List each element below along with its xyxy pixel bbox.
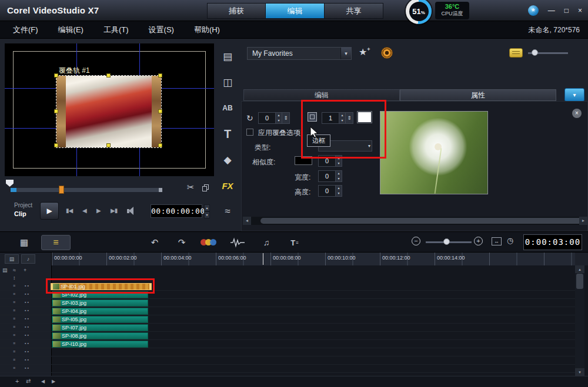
title-library-icon[interactable]: T (215, 121, 240, 147)
tab-share[interactable]: 共享 (325, 3, 383, 19)
selection-handle[interactable] (54, 73, 58, 78)
scroll-up-icon[interactable]: ▴ (575, 265, 584, 273)
selection-handle[interactable] (158, 143, 162, 147)
subtitle-editor-icon[interactable]: T≡ (286, 235, 303, 250)
show-all-media-icon[interactable]: ▤ (5, 254, 19, 264)
add-track-icon[interactable]: + (24, 267, 26, 273)
spinner-down-icon[interactable]: ▾ (276, 118, 282, 123)
timeline-ruler[interactable]: 00:00:00:00 00:00:02:00 00:00:04:00 00:0… (52, 253, 575, 265)
graphic-library-icon[interactable]: ◆ (215, 147, 240, 173)
spinner-up-icon[interactable]: ▴ (336, 156, 342, 161)
timeline-clip-selected[interactable]: SP-I01.jpg (51, 283, 152, 290)
previous-frame-button[interactable]: ◀ (82, 207, 86, 214)
gallery-dropdown[interactable]: My Favorites ▾ (247, 47, 352, 60)
width-spinner[interactable]: 0 ▴▾ (318, 170, 342, 182)
next-frame-button[interactable]: ▶ (96, 207, 101, 214)
tab-attribute-options[interactable]: 属性 (400, 89, 556, 101)
list-view-icon[interactable] (509, 48, 523, 58)
media-library-icon[interactable]: ▤ (215, 43, 240, 69)
add-to-favorites-icon[interactable]: ★+ (359, 46, 370, 58)
tab-edit-options[interactable]: 编辑 (243, 89, 400, 101)
playhead-line[interactable] (263, 253, 263, 265)
spinner-up-icon[interactable]: ▴ (336, 171, 342, 176)
menu-file[interactable]: 文件(F) (13, 21, 38, 39)
sound-mixer-icon[interactable] (230, 237, 245, 248)
timeline-zoom-timecode[interactable]: 0:00:03:00 (523, 234, 582, 250)
ripple-edit-icon[interactable]: ≈ (13, 267, 16, 273)
track-options-icon[interactable]: ≡ (13, 333, 15, 337)
track-type-icon[interactable]: ▪▪ (25, 333, 30, 337)
menu-tools[interactable]: 工具(T) (103, 21, 129, 39)
height-spinner[interactable]: 0 ▴▾ (318, 185, 342, 197)
selection-handle[interactable] (158, 109, 162, 113)
track-options-icon[interactable]: ≡ (13, 317, 15, 321)
spinner-down-icon[interactable]: ▾ (204, 211, 210, 218)
track-type-icon[interactable]: ▪▪ (25, 366, 30, 370)
play-button[interactable]: ▶ (40, 202, 59, 220)
system-volume-icon[interactable] (127, 207, 136, 215)
track-options-icon[interactable]: ≡ (13, 292, 15, 296)
similarity-spinner[interactable]: 0 ▴▾ (318, 155, 342, 167)
clip-preview-thumbnail[interactable] (380, 111, 488, 194)
track-manager-icon[interactable]: ▤ (2, 267, 8, 273)
zoom-out-icon[interactable]: − (412, 237, 420, 245)
track-type-icon[interactable]: ▪▪ (25, 284, 30, 288)
fit-timeline-icon[interactable]: ↔ (492, 237, 502, 245)
border-toggle-icon[interactable] (308, 112, 317, 122)
tab-edit[interactable]: 编辑 (266, 3, 325, 19)
clip-trim-grip[interactable] (51, 284, 53, 290)
thumbnail-size-slider-handle[interactable] (532, 49, 538, 56)
timeline-clip[interactable]: SP-I02.jpg (52, 291, 148, 298)
timeline-clip[interactable]: SP-I10.jpg (52, 341, 148, 348)
border-width-spinner[interactable]: 1 ▴▾ ⇕ (322, 112, 353, 124)
track-options-icon[interactable]: ≡ (13, 300, 15, 304)
options-wheel-icon[interactable] (381, 47, 393, 59)
timeline-clip[interactable]: SP-I08.jpg (52, 332, 148, 339)
border-color-swatch[interactable] (357, 111, 372, 123)
track-type-icon[interactable]: ▪▪ (25, 308, 30, 312)
menu-edit[interactable]: 编辑(E) (58, 21, 83, 39)
spinner-up-icon[interactable]: ▴ (339, 113, 345, 118)
swap-track-button[interactable]: ⇄ (26, 378, 31, 384)
track-type-icon[interactable]: ▪▪ (25, 292, 30, 296)
motion-path-library-icon[interactable]: ≈ (215, 198, 240, 224)
end-button[interactable]: ▶▮ (111, 207, 117, 214)
split-clip-icon[interactable]: ✂ (187, 182, 195, 193)
scroll-left-icon[interactable]: ◀ (41, 379, 45, 384)
scroll-left-icon[interactable]: ◂ (243, 217, 251, 225)
timeline-clip[interactable]: SP-I04.jpg (52, 308, 148, 315)
tab-capture[interactable]: 捕获 (207, 3, 266, 19)
preview-timecode[interactable]: 00:00:00:00 (151, 204, 202, 218)
clip-trim-grip[interactable] (149, 284, 151, 290)
spinner-up-icon[interactable]: ▴ (336, 186, 342, 191)
spinner-down-icon[interactable]: ▾ (336, 176, 342, 181)
timeline-clip[interactable]: SP-I07.jpg (52, 324, 148, 331)
overlay-clip-object[interactable] (56, 76, 161, 147)
spinner-up-icon[interactable]: ▴ (276, 113, 282, 118)
scroll-right-icon[interactable]: ▸ (579, 217, 587, 225)
chevron-down-icon[interactable]: ▾ (340, 48, 351, 59)
corel-connect-icon[interactable]: * (528, 5, 539, 16)
scrollbar-track[interactable] (251, 217, 579, 225)
enlarge-preview-icon[interactable] (202, 184, 209, 192)
trim-end-handle[interactable] (159, 188, 162, 192)
track-type-icon[interactable]: ▪▪ (25, 349, 30, 354)
timeline-clip[interactable]: SP-I05.jpg (52, 316, 148, 323)
color-grading-icon[interactable] (202, 239, 216, 245)
trim-position-marker[interactable] (6, 180, 14, 187)
track-options-icon[interactable]: ≡ (13, 366, 15, 370)
spinner-slider-icon[interactable]: ⇕ (282, 113, 289, 123)
filter-fx-library-icon[interactable]: FX (215, 173, 240, 198)
scroll-down-icon[interactable]: ▾ (575, 368, 584, 376)
track-options-icon[interactable]: ≡ (13, 308, 15, 312)
close-panel-icon[interactable]: × (572, 109, 582, 118)
title-ab-library-icon[interactable]: AB (215, 95, 240, 121)
close-button[interactable]: × (578, 6, 582, 15)
timeline-clip[interactable]: SP-I03.jpg (52, 299, 148, 307)
panel-expand-button[interactable]: ▾ (564, 88, 584, 102)
track-options-icon[interactable]: ≡ (13, 325, 15, 329)
transparency-spinner[interactable]: 0 ▴▾ ⇕ (258, 112, 290, 124)
track-type-icon[interactable]: ▪▪ (25, 325, 30, 329)
minimize-button[interactable]: — (548, 6, 555, 15)
similarity-color-swatch[interactable] (295, 156, 312, 165)
